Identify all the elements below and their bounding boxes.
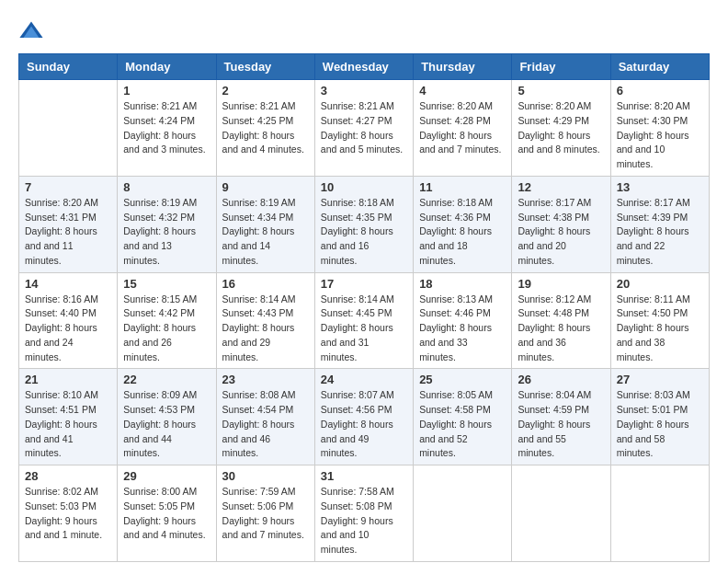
sunrise-text: Sunrise: 8:11 AM [617, 293, 703, 307]
daylight-text-cont: and and 14 minutes. [222, 239, 309, 269]
day-number: 14 [25, 277, 111, 291]
sunset-text: Sunset: 4:36 PM [419, 211, 506, 225]
calendar-cell: 24Sunrise: 8:07 AMSunset: 4:56 PMDayligh… [314, 369, 413, 465]
daylight-text: Daylight: 8 hours [321, 418, 407, 432]
sunrise-text: Sunrise: 8:05 AM [419, 388, 506, 403]
day-detail: Sunrise: 8:21 AMSunset: 4:25 PMDaylight:… [222, 99, 309, 157]
calendar-cell: 30Sunrise: 7:59 AMSunset: 5:06 PMDayligh… [216, 465, 314, 562]
day-detail: Sunrise: 8:02 AMSunset: 5:03 PMDaylight:… [25, 485, 111, 543]
sunset-text: Sunset: 5:03 PM [25, 500, 111, 514]
sunrise-text: Sunrise: 8:00 AM [123, 485, 210, 500]
calendar-cell: 23Sunrise: 8:08 AMSunset: 4:54 PMDayligh… [216, 369, 314, 465]
daylight-text: Daylight: 9 hours [321, 514, 407, 529]
logo [18, 18, 48, 44]
calendar-cell: 29Sunrise: 8:00 AMSunset: 5:05 PMDayligh… [118, 465, 216, 562]
calendar-cell [414, 465, 512, 562]
day-number: 27 [617, 373, 703, 386]
day-detail: Sunrise: 8:14 AMSunset: 4:45 PMDaylight:… [321, 293, 407, 365]
sunset-text: Sunset: 4:28 PM [419, 114, 506, 129]
day-detail: Sunrise: 8:20 AMSunset: 4:29 PMDaylight:… [518, 99, 604, 157]
daylight-text-cont: and and 11 minutes. [25, 239, 111, 269]
daylight-text-cont: and and 18 minutes. [419, 239, 506, 269]
daylight-text-cont: and and 44 minutes. [123, 432, 210, 462]
sunrise-text: Sunrise: 8:19 AM [222, 196, 309, 211]
daylight-text-cont: and and 41 minutes. [25, 432, 111, 462]
day-number: 12 [518, 180, 604, 194]
day-detail: Sunrise: 8:15 AMSunset: 4:42 PMDaylight:… [123, 293, 210, 365]
sunset-text: Sunset: 4:25 PM [222, 114, 309, 129]
sunrise-text: Sunrise: 8:20 AM [419, 99, 506, 114]
sunrise-text: Sunrise: 8:20 AM [617, 99, 703, 114]
daylight-text: Daylight: 8 hours [25, 321, 111, 336]
calendar-cell: 22Sunrise: 8:09 AMSunset: 4:53 PMDayligh… [118, 369, 216, 465]
day-detail: Sunrise: 8:20 AMSunset: 4:30 PMDaylight:… [617, 99, 703, 172]
sunset-text: Sunset: 4:59 PM [518, 403, 604, 418]
sunset-text: Sunset: 4:40 PM [25, 306, 111, 321]
day-number: 18 [419, 277, 506, 291]
sunrise-text: Sunrise: 7:59 AM [222, 485, 309, 500]
sunrise-text: Sunrise: 8:21 AM [222, 99, 309, 114]
day-detail: Sunrise: 8:21 AMSunset: 4:24 PMDaylight:… [123, 99, 210, 157]
day-detail: Sunrise: 8:03 AMSunset: 5:01 PMDaylight:… [617, 388, 703, 461]
sunset-text: Sunset: 4:32 PM [123, 211, 210, 225]
calendar-cell: 27Sunrise: 8:03 AMSunset: 5:01 PMDayligh… [610, 369, 709, 465]
day-detail: Sunrise: 8:12 AMSunset: 4:48 PMDaylight:… [518, 293, 604, 365]
calendar-cell: 5Sunrise: 8:20 AMSunset: 4:29 PMDaylight… [512, 80, 610, 177]
calendar-cell [512, 465, 610, 562]
daylight-text-cont: and and 33 minutes. [419, 336, 506, 365]
day-detail: Sunrise: 8:18 AMSunset: 4:36 PMDaylight:… [419, 196, 506, 269]
day-detail: Sunrise: 8:17 AMSunset: 4:39 PMDaylight:… [617, 196, 703, 269]
calendar-cell: 1Sunrise: 8:21 AMSunset: 4:24 PMDaylight… [118, 80, 216, 177]
sunrise-text: Sunrise: 8:21 AM [321, 99, 407, 114]
day-number: 2 [222, 84, 309, 98]
calendar-cell: 19Sunrise: 8:12 AMSunset: 4:48 PMDayligh… [512, 272, 610, 369]
daylight-text: Daylight: 8 hours [617, 321, 703, 336]
calendar-cell: 14Sunrise: 8:16 AMSunset: 4:40 PMDayligh… [19, 272, 118, 369]
daylight-text-cont: and and 29 minutes. [222, 336, 309, 365]
sunrise-text: Sunrise: 8:17 AM [617, 196, 703, 211]
day-number: 17 [321, 277, 407, 291]
sunset-text: Sunset: 4:39 PM [617, 211, 703, 225]
daylight-text: Daylight: 8 hours [222, 224, 309, 239]
sunset-text: Sunset: 5:06 PM [222, 500, 309, 514]
daylight-text: Daylight: 8 hours [25, 418, 111, 432]
daylight-text-cont: and and 5 minutes. [321, 143, 407, 157]
sunrise-text: Sunrise: 8:18 AM [321, 196, 407, 211]
day-number: 25 [419, 373, 506, 386]
daylight-text-cont: and and 52 minutes. [419, 432, 506, 462]
sunset-text: Sunset: 5:01 PM [617, 403, 703, 418]
day-number: 13 [617, 180, 703, 194]
daylight-text: Daylight: 8 hours [222, 321, 309, 336]
day-detail: Sunrise: 8:07 AMSunset: 4:56 PMDaylight:… [321, 388, 407, 461]
daylight-text: Daylight: 8 hours [419, 418, 506, 432]
sunrise-text: Sunrise: 8:21 AM [123, 99, 210, 114]
daylight-text: Daylight: 8 hours [518, 418, 604, 432]
daylight-text: Daylight: 8 hours [222, 418, 309, 432]
daylight-text: Daylight: 8 hours [321, 129, 407, 144]
daylight-text: Daylight: 8 hours [617, 129, 703, 144]
daylight-text-cont: and and 10 minutes. [321, 528, 407, 557]
day-number: 7 [25, 180, 111, 194]
daylight-text: Daylight: 8 hours [518, 129, 604, 144]
sunset-text: Sunset: 5:05 PM [123, 500, 210, 514]
sunrise-text: Sunrise: 8:20 AM [518, 99, 604, 114]
day-number: 11 [419, 180, 506, 194]
calendar-cell: 13Sunrise: 8:17 AMSunset: 4:39 PMDayligh… [610, 176, 709, 272]
sunset-text: Sunset: 4:38 PM [518, 211, 604, 225]
daylight-text-cont: and and 7 minutes. [419, 143, 506, 157]
sunrise-text: Sunrise: 8:19 AM [123, 196, 210, 211]
daylight-text: Daylight: 8 hours [123, 418, 210, 432]
day-number: 30 [222, 469, 309, 483]
daylight-text: Daylight: 8 hours [25, 224, 111, 239]
daylight-text: Daylight: 8 hours [518, 321, 604, 336]
day-number: 10 [321, 180, 407, 194]
day-detail: Sunrise: 7:59 AMSunset: 5:06 PMDaylight:… [222, 485, 309, 543]
sunrise-text: Sunrise: 8:16 AM [25, 293, 111, 307]
calendar-cell: 10Sunrise: 8:18 AMSunset: 4:35 PMDayligh… [314, 176, 413, 272]
daylight-text-cont: and and 4 minutes. [123, 528, 210, 543]
sunrise-text: Sunrise: 8:14 AM [321, 293, 407, 307]
calendar-cell: 15Sunrise: 8:15 AMSunset: 4:42 PMDayligh… [118, 272, 216, 369]
header-thursday: Thursday [414, 54, 512, 80]
daylight-text-cont: and and 58 minutes. [617, 432, 703, 462]
sunrise-text: Sunrise: 8:03 AM [617, 388, 703, 403]
